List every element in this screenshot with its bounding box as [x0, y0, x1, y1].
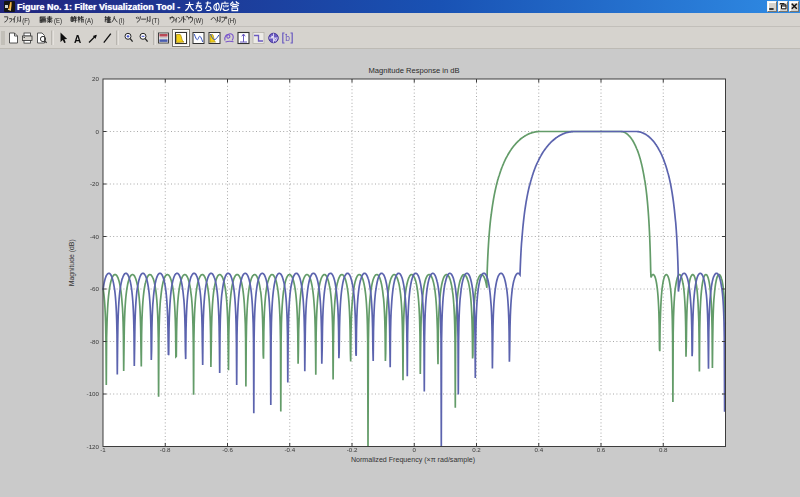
svg-text:Magnitude Response in dB: Magnitude Response in dB: [368, 66, 459, 75]
svg-text:-60: -60: [90, 285, 100, 292]
svg-text:Magnitude (dB): Magnitude (dB): [68, 239, 76, 286]
svg-text:-0.8: -0.8: [160, 446, 171, 453]
svg-text:-20: -20: [90, 180, 100, 187]
svg-text:-80: -80: [90, 338, 100, 345]
svg-text:20: 20: [92, 75, 99, 82]
svg-text:0: 0: [412, 446, 416, 453]
svg-text:-100: -100: [87, 390, 100, 397]
svg-text:-0.6: -0.6: [222, 446, 233, 453]
svg-text:0.2: 0.2: [472, 446, 481, 453]
svg-text:-0.4: -0.4: [284, 446, 295, 453]
svg-text:Normalized Frequency (×π rad/s: Normalized Frequency (×π rad/sample): [351, 456, 475, 464]
svg-text:0.8: 0.8: [659, 446, 668, 453]
svg-text:0.6: 0.6: [597, 446, 606, 453]
svg-text:-0.2: -0.2: [347, 446, 358, 453]
svg-text:-40: -40: [90, 233, 100, 240]
svg-text:0.4: 0.4: [534, 446, 543, 453]
svg-text:0: 0: [96, 128, 100, 135]
svg-text:-1: -1: [100, 446, 106, 453]
svg-text:-120: -120: [87, 443, 100, 450]
